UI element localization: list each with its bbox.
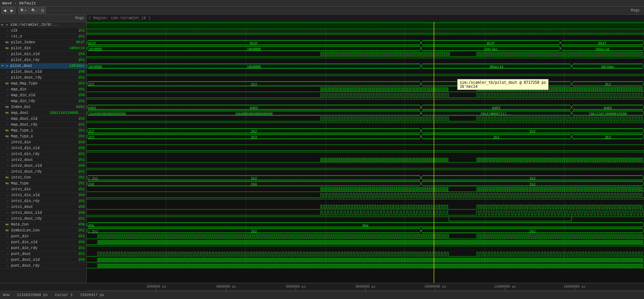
signal-row-30[interactable]: —intv1_din_rdy1h1 [0, 198, 86, 204]
signal-row-22[interactable]: —intv2_din_rdy1h1 [0, 151, 86, 157]
signal-row-19[interactable]: ▼⊞Map_Type_o2h3 [0, 134, 86, 140]
signal-row-33[interactable]: —intv1_dout_rdy1h1 [0, 216, 86, 222]
signal-row-18[interactable]: ▼⊞Map_Type_i2h2 [0, 128, 86, 134]
signal-row-20[interactable]: —intv2_din1h0 [0, 140, 86, 145]
svg-line-5459 [518, 134, 519, 139]
expand-icon-14[interactable]: ▼ [1, 105, 5, 109]
svg-line-6494 [527, 176, 527, 180]
svg-text:6000000 ps: 6000000 ps [286, 285, 306, 288]
signal-row-27[interactable]: ▼⊞Map_Type2h2 [0, 181, 86, 187]
signal-row-40[interactable]: —punt_dout_vld1h0 [0, 257, 86, 263]
signal-row-26[interactable]: ▼⊞intv1_Con2h2 [0, 175, 86, 181]
signal-row-12[interactable]: —map_din_vld1h0 [0, 93, 86, 98]
svg-line-5086 [525, 129, 526, 133]
svg-line-1143 [449, 46, 450, 51]
expand-icon-27[interactable]: ▼ [1, 182, 5, 185]
expand-icon-10[interactable]: ▼ [1, 82, 5, 86]
expand-icon-35[interactable]: ▼ [1, 229, 5, 233]
svg-line-8937 [194, 223, 194, 227]
signal-row-31[interactable]: —intv1_dout1h0 [0, 204, 86, 210]
signal-row-11[interactable]: —map_din1h1 [0, 87, 86, 93]
signal-row-36[interactable]: —punt_din1h1 [0, 234, 86, 239]
expand-icon-19[interactable]: ▼ [1, 135, 5, 138]
signal-row-2[interactable]: —rst_n1h1 [0, 34, 86, 40]
signal-row-37[interactable]: —punt_din_vld1h0 [0, 239, 86, 245]
svg-line-4265 [471, 111, 472, 115]
right-panel[interactable]: ( Region: sim:/scramler_tb ) sim:/scamle… [87, 15, 644, 283]
expand-icon-3[interactable]: ▼ [1, 41, 5, 44]
svg-line-8963 [232, 223, 233, 227]
svg-line-4002 [641, 105, 641, 109]
svg-line-9066 [383, 223, 384, 227]
signal-row-3[interactable]: ▼⊞pilot_Index6h3f [0, 40, 86, 46]
signal-row-0[interactable]: ▶⊕sim:/scramler_tb/Gr... [0, 22, 86, 28]
expand-icon-34[interactable]: ▼ [1, 223, 5, 227]
svg-line-1107 [395, 46, 396, 51]
signal-row-39[interactable]: —punt_dout1h1 [0, 251, 86, 257]
svg-line-9116 [456, 223, 457, 227]
expand-icon-4[interactable]: ▼ [1, 47, 5, 50]
svg-line-2529 [576, 82, 577, 86]
signal-row-32[interactable]: —intv1_dout_vld1h0 [0, 210, 86, 216]
signal-row-13[interactable]: —map_din_rdy1h1 [0, 98, 86, 104]
svg-line-6869 [522, 181, 523, 186]
toolbar-btn-zoom-out[interactable]: 🔍- [29, 7, 39, 14]
signal-row-25[interactable]: —intv2_dout_rdy1h1 [0, 169, 86, 175]
expand-icon-7[interactable]: ▼ [1, 64, 4, 68]
svg-line-5019 [427, 129, 427, 133]
expand-icon-15[interactable]: ▼ [1, 111, 5, 115]
svg-line-3689 [179, 105, 180, 109]
svg-line-6940 [626, 181, 627, 186]
svg-line-740 [410, 40, 410, 45]
signal-row-35[interactable]: ▼⊞SymbolLen_Con2h2 [0, 228, 86, 234]
signal-row-29[interactable]: —intv1_din_vld1h0 [0, 192, 86, 198]
expand-icon-0[interactable]: ▶ [1, 23, 4, 27]
signal-row-24[interactable]: —intv2_dout_vld1h0 [0, 163, 86, 169]
svg-line-9595 [603, 228, 604, 233]
signal-row-34[interactable]: ▼⊞Rate_Con4hb [0, 222, 86, 228]
signal-row-23[interactable]: —intv2_dout1h1 [0, 157, 86, 163]
svg-line-4867 [203, 129, 203, 133]
svg-line-9564 [557, 228, 558, 233]
svg-line-5512 [597, 134, 597, 139]
signal-row-9[interactable]: —pilot_dout_rdy1h1 [0, 75, 86, 81]
svg-line-6535 [587, 176, 587, 180]
signal-row-4[interactable]: ▼⊞pilot_din16hec14 [0, 46, 86, 51]
signal-name-37: punt_din_vld [10, 240, 61, 244]
expand-icon-18[interactable]: ▼ [1, 129, 5, 133]
signal-row-8[interactable]: —pilot_dout_vld1h0 [0, 69, 86, 75]
signal-row-38[interactable]: —punt_din_rdy1h1 [0, 245, 86, 251]
toolbar-btn-fwd[interactable]: ▶ [9, 7, 15, 14]
svg-line-8988 [269, 223, 269, 227]
svg-line-6740 [332, 181, 332, 186]
signal-row-5[interactable]: —pilot_din_vld1h0 [0, 51, 86, 57]
signal-row-41[interactable]: —punt_dout_rdy [0, 263, 86, 269]
signal-row-6[interactable]: —pilot_din_rdy1h1 [0, 57, 86, 63]
signal-row-17[interactable]: —map_dout_rdy1h1 [0, 122, 86, 128]
svg-line-6220 [123, 176, 124, 180]
toolbar-btn-zoom-in[interactable]: 🔍+ [18, 7, 29, 14]
toolbar-btn-back[interactable]: ◀ [1, 7, 8, 14]
signal-row-16[interactable]: —map_dout_vld1h0 [0, 116, 86, 122]
signal-row-15[interactable]: ▼⊞map_dout16b1110110000... [0, 110, 86, 116]
svg-line-3985 [616, 105, 616, 109]
svg-line-712 [368, 40, 369, 45]
signal-row-28[interactable]: —intv1_din1h1 [0, 187, 86, 192]
svg-line-920 [120, 46, 121, 51]
expand-icon-26[interactable]: ▼ [1, 176, 5, 180]
signal-row-10[interactable]: ▼⊞map_Map_Type2h3 [0, 81, 86, 87]
svg-line-5331 [329, 134, 330, 139]
signal-row-7[interactable]: ▼⊞pilot_dout16h3dec [0, 63, 86, 69]
svg-line-8871 [97, 223, 98, 227]
signal-list[interactable]: ▶⊕sim:/scramler_tb/Gr...—clk1h1—rst_n1h1… [0, 22, 86, 283]
svg-line-5004 [404, 129, 404, 133]
signal-row-21[interactable]: —intv2_din_vld1h0 [0, 145, 86, 151]
svg-line-665 [299, 40, 300, 45]
svg-line-4937 [305, 129, 306, 133]
toolbar-btn-fit[interactable]: ⊡ [39, 7, 46, 14]
svg-line-1049 [310, 46, 310, 51]
signal-row-14[interactable]: ▼⊞Index_Out6d63 [0, 104, 86, 110]
svg-line-6944 [632, 181, 633, 186]
signal-row-1[interactable]: —clk1h1 [0, 28, 86, 34]
wave-canvas[interactable]: sim:/scamler_tb/pilot_dout @ 8717258 ps … [87, 22, 644, 283]
